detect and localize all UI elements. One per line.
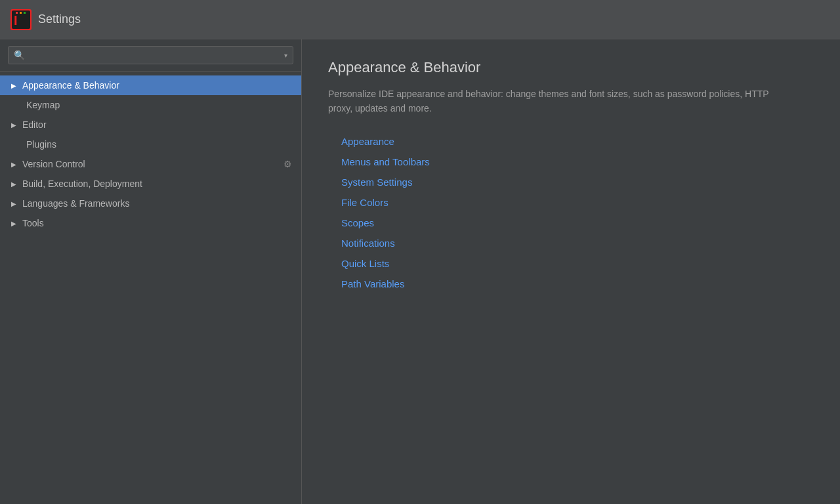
sidebar: 🔍 ▾ ▶ Appearance & Behavior Keymap ▶ Edi…: [0, 39, 302, 504]
main-layout: 🔍 ▾ ▶ Appearance & Behavior Keymap ▶ Edi…: [0, 39, 840, 504]
svg-rect-3: [16, 12, 18, 14]
content-description: Personalize IDE appearance and behavior:…: [328, 87, 788, 116]
content-title: Appearance & Behavior: [328, 59, 814, 76]
window-title: Settings: [38, 12, 81, 26]
search-icon: 🔍: [14, 50, 25, 60]
sidebar-item-label: Languages & Frameworks: [22, 198, 129, 209]
link-path-variables[interactable]: Path Variables: [341, 278, 814, 289]
sidebar-item-version-control[interactable]: ▶ Version Control ⚙: [0, 154, 301, 174]
link-notifications[interactable]: Notifications: [341, 238, 814, 249]
svg-text:I: I: [14, 13, 18, 28]
expand-arrow-icon: ▶: [9, 159, 18, 169]
svg-rect-4: [20, 12, 22, 14]
app-icon: I: [10, 9, 32, 30]
sidebar-item-languages-frameworks[interactable]: ▶ Languages & Frameworks: [0, 194, 301, 213]
sidebar-item-plugins[interactable]: Plugins: [0, 135, 301, 154]
svg-rect-5: [24, 12, 26, 14]
expand-arrow-icon: ▶: [9, 81, 18, 90]
sidebar-item-editor[interactable]: ▶ Editor: [0, 115, 301, 135]
link-system-settings[interactable]: System Settings: [341, 177, 814, 188]
search-container: 🔍 ▾: [0, 39, 301, 72]
sidebar-item-label: Tools: [22, 218, 44, 228]
link-quick-lists[interactable]: Quick Lists: [341, 258, 814, 269]
sidebar-item-label: Plugins: [26, 139, 56, 150]
search-dropdown-icon[interactable]: ▾: [284, 52, 287, 59]
content-area: Appearance & Behavior Personalize IDE ap…: [302, 39, 840, 504]
expand-arrow-icon: ▶: [9, 179, 18, 188]
link-appearance[interactable]: Appearance: [341, 136, 814, 147]
link-menus-toolbars[interactable]: Menus and Toolbars: [341, 156, 814, 167]
sidebar-item-appearance-behavior[interactable]: ▶ Appearance & Behavior: [0, 75, 301, 95]
search-input[interactable]: [28, 51, 284, 60]
expand-arrow-icon: ▶: [9, 120, 18, 129]
settings-gear-icon[interactable]: ⚙: [284, 159, 292, 169]
search-box[interactable]: 🔍 ▾: [8, 46, 293, 64]
sidebar-item-label: Keymap: [26, 100, 60, 110]
sidebar-item-build-execution-deployment[interactable]: ▶ Build, Execution, Deployment: [0, 174, 301, 194]
title-bar: I Settings: [0, 0, 840, 39]
nav-items: ▶ Appearance & Behavior Keymap ▶ Editor …: [0, 72, 301, 504]
content-links: Appearance Menus and Toolbars System Set…: [328, 136, 814, 289]
sidebar-item-label: Version Control: [22, 159, 85, 169]
expand-arrow-icon: ▶: [9, 199, 18, 208]
sidebar-item-tools[interactable]: ▶ Tools: [0, 213, 301, 233]
link-scopes[interactable]: Scopes: [341, 217, 814, 228]
sidebar-item-label: Appearance & Behavior: [22, 80, 119, 91]
sidebar-item-label: Build, Execution, Deployment: [22, 178, 142, 189]
expand-arrow-icon: ▶: [9, 219, 18, 228]
link-file-colors[interactable]: File Colors: [341, 197, 814, 208]
sidebar-item-label: Editor: [22, 119, 47, 130]
sidebar-item-keymap[interactable]: Keymap: [0, 95, 301, 115]
